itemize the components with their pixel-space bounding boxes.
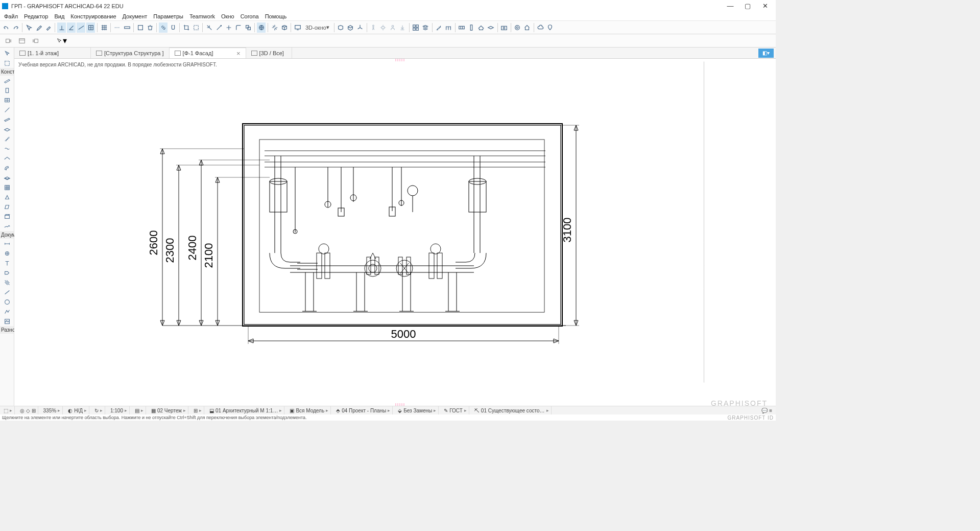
- shell-tool[interactable]: [2, 163, 13, 173]
- beam-tool[interactable]: [2, 114, 13, 124]
- eyedropper-button[interactable]: [34, 22, 43, 33]
- cube-button[interactable]: [280, 22, 289, 33]
- 3d-window-button[interactable]: 3D-окно ▾: [303, 22, 332, 33]
- status-struct[interactable]: ⊞ ▸: [192, 406, 204, 414]
- status-state[interactable]: ⛏ 01 Существующее состо…▸: [472, 406, 552, 414]
- render-icon[interactable]: [513, 22, 522, 33]
- undo-button[interactable]: [2, 22, 10, 33]
- resize-button[interactable]: [244, 22, 252, 33]
- gravity-icon[interactable]: [398, 22, 407, 33]
- column-icon[interactable]: [467, 22, 476, 33]
- globe-button[interactable]: [257, 22, 266, 33]
- snap-ext-button[interactable]: [77, 22, 85, 33]
- guideline-button[interactable]: [113, 22, 122, 33]
- house-icon[interactable]: [523, 22, 532, 33]
- layers-button[interactable]: [421, 22, 430, 33]
- mesh-tool[interactable]: [2, 221, 13, 231]
- nav-prev-button[interactable]: [2, 36, 14, 46]
- status-view[interactable]: ▦ 02 Чертеж▸: [149, 406, 188, 414]
- menu-teamwork[interactable]: Teamwork: [186, 13, 218, 19]
- status-plans[interactable]: ⬘ 04 Проект - Планы▸: [334, 406, 393, 414]
- menu-view[interactable]: Вид: [51, 13, 67, 19]
- graphisoft-id[interactable]: GRAPHISOFT ID: [727, 415, 774, 421]
- curtain-tool[interactable]: [2, 182, 13, 192]
- morph-tool[interactable]: [2, 192, 13, 202]
- menu-editor[interactable]: Редактор: [21, 13, 51, 19]
- slab-tool[interactable]: [2, 124, 13, 134]
- fill-tool[interactable]: [2, 278, 13, 287]
- menu-corona[interactable]: Corona: [237, 13, 262, 19]
- fillet-button[interactable]: [234, 22, 243, 33]
- walk-icon[interactable]: [369, 22, 378, 33]
- drawing-tool[interactable]: [2, 316, 13, 326]
- link-button[interactable]: [159, 22, 168, 33]
- explode-button[interactable]: [270, 22, 279, 33]
- zone-tool[interactable]: [2, 212, 13, 221]
- tab-close-button[interactable]: ×: [236, 50, 241, 57]
- status-std[interactable]: ✎ ГОСТ▸: [442, 406, 469, 414]
- status-sel[interactable]: ⬚ ▸: [2, 406, 15, 414]
- menu-window[interactable]: Окно: [218, 13, 237, 19]
- status-scale[interactable]: 1:100▸: [108, 406, 130, 414]
- axo-button[interactable]: [346, 22, 355, 33]
- status-model[interactable]: ▣ Вся Модель▸: [288, 406, 331, 414]
- window-tool[interactable]: [2, 95, 13, 105]
- axes-button[interactable]: [356, 22, 365, 33]
- status-orient[interactable]: ↻ ▸: [92, 406, 105, 414]
- stairs-icon[interactable]: [435, 22, 443, 33]
- status-snap[interactable]: ◎ ◇ ⊞: [18, 406, 38, 414]
- status-zoom[interactable]: 335%▸: [41, 406, 63, 414]
- arrow-tool[interactable]: [2, 49, 13, 58]
- split-button[interactable]: [205, 22, 213, 33]
- maximize-button[interactable]: ▢: [739, 1, 756, 11]
- redo-button[interactable]: [11, 22, 20, 33]
- menu-construction[interactable]: Конструирование: [67, 13, 119, 19]
- door-tool[interactable]: [2, 85, 13, 95]
- circle-tool[interactable]: [2, 297, 13, 307]
- status-messages[interactable]: 💬 ≡: [759, 406, 774, 414]
- tab-overflow-button[interactable]: ◧▾: [758, 49, 774, 58]
- snap-grid-button[interactable]: [86, 22, 95, 33]
- status-nd[interactable]: ◐ Н/Д▸: [66, 406, 89, 414]
- close-button[interactable]: ✕: [756, 1, 774, 11]
- camera-icon[interactable]: [500, 22, 509, 33]
- tab-facade[interactable]: [Ф-1 Фасад]×: [170, 48, 246, 58]
- menu-file[interactable]: Файл: [1, 13, 21, 19]
- text-tool[interactable]: [2, 258, 13, 268]
- pick-button[interactable]: [25, 22, 33, 33]
- slab-icon[interactable]: [487, 22, 495, 33]
- railing-icon[interactable]: [444, 22, 453, 33]
- level-tool[interactable]: [2, 248, 13, 258]
- tab-structure[interactable]: [Структура Структура ]: [91, 48, 170, 58]
- persp-button[interactable]: [337, 22, 345, 33]
- marker-icon[interactable]: [546, 22, 555, 33]
- status-pens[interactable]: ▤ ▸: [133, 406, 146, 414]
- tab-3d[interactable]: [3D / Все]: [246, 48, 292, 58]
- snap-perp-button[interactable]: [57, 22, 66, 33]
- cursor-button[interactable]: ▾: [55, 36, 67, 46]
- menu-help[interactable]: Помощь: [262, 13, 290, 19]
- grid-button[interactable]: [100, 22, 108, 33]
- status-ren[interactable]: ⬙ Без Замены▸: [396, 406, 439, 414]
- dimension-tool[interactable]: [2, 239, 13, 248]
- intersect-button[interactable]: [224, 22, 233, 33]
- sun-icon[interactable]: [379, 22, 388, 33]
- wall-tool[interactable]: [2, 76, 13, 85]
- adjust-button[interactable]: [214, 22, 223, 33]
- menu-document[interactable]: Документ: [119, 13, 151, 19]
- marquee-button[interactable]: [192, 22, 200, 33]
- box-button[interactable]: [136, 22, 145, 33]
- roof-icon[interactable]: [477, 22, 486, 33]
- stair-tool[interactable]: [2, 134, 13, 144]
- cloud-icon[interactable]: [536, 22, 545, 33]
- screen-icon[interactable]: [293, 22, 302, 33]
- railing-tool[interactable]: [2, 144, 13, 153]
- syringe-button[interactable]: [44, 22, 53, 33]
- org-button[interactable]: [412, 22, 420, 33]
- crop-button[interactable]: [182, 22, 190, 33]
- wall-icon[interactable]: [458, 22, 466, 33]
- roof-tool[interactable]: [2, 153, 13, 163]
- minimize-button[interactable]: —: [722, 1, 739, 11]
- skylight-tool[interactable]: [2, 173, 13, 182]
- menu-parameters[interactable]: Параметры: [150, 13, 186, 19]
